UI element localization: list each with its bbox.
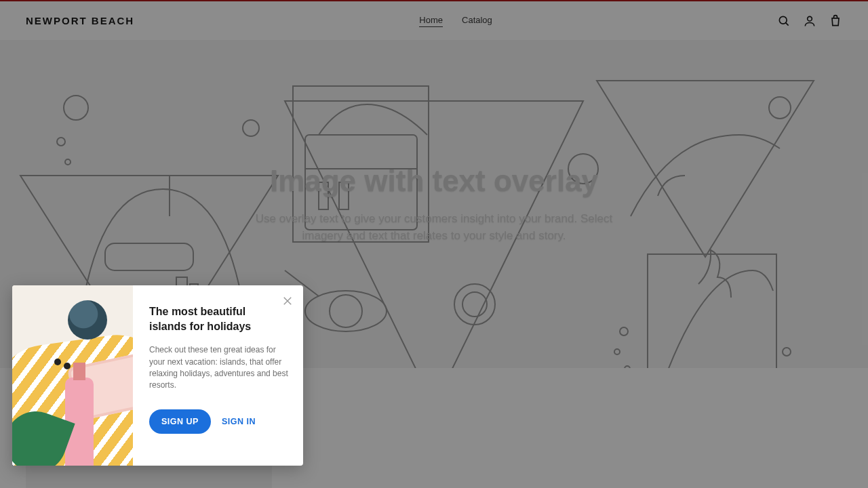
popup-image	[12, 285, 133, 466]
popup-actions: SIGN UP SIGN IN	[149, 409, 288, 434]
close-icon[interactable]	[281, 295, 294, 307]
promo-popup: The most beautiful islands for holidays …	[12, 285, 303, 466]
signin-button[interactable]: SIGN IN	[222, 417, 256, 426]
popup-description: Check out these ten great ideas for your…	[149, 344, 288, 392]
signup-button[interactable]: SIGN UP	[149, 409, 211, 434]
popup-title: The most beautiful islands for holidays	[149, 304, 288, 333]
popup-body: The most beautiful islands for holidays …	[133, 285, 303, 466]
